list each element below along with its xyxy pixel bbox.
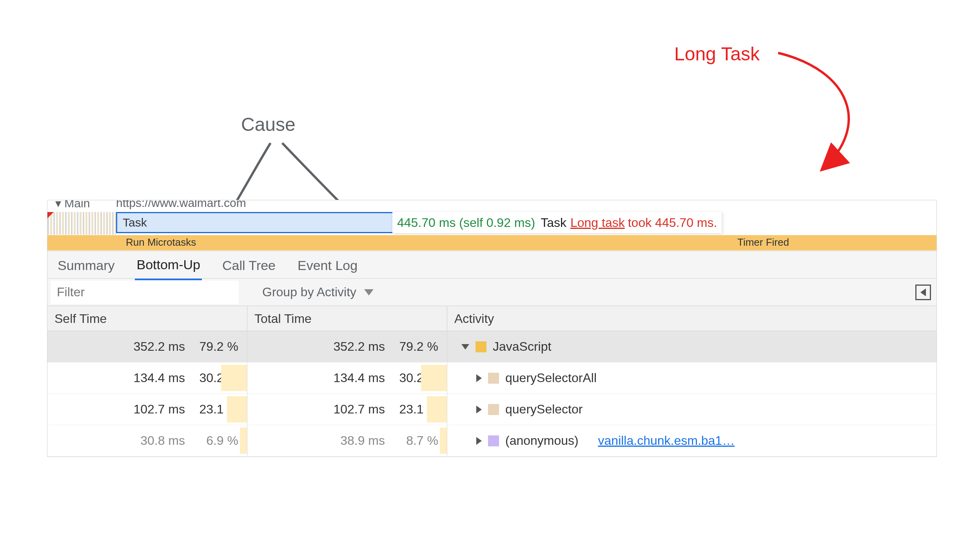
total-ms: 352.2 ms <box>318 339 385 354</box>
activity-name: querySelectorAll <box>505 371 597 385</box>
col-total-time[interactable]: Total Time <box>247 306 447 332</box>
expand-icon[interactable] <box>461 344 469 350</box>
self-time-cell: 30.8 ms6.9 % <box>47 425 247 456</box>
show-heaviest-stack-button[interactable] <box>915 285 931 300</box>
expand-icon[interactable] <box>476 374 482 382</box>
red-marker-left-icon <box>47 212 54 218</box>
self-ms: 102.7 ms <box>118 402 185 417</box>
tooltip-task-label: Task <box>541 216 566 230</box>
total-pct: 79.2 % <box>390 338 441 355</box>
self-time-cell: 134.4 ms30.2 % <box>47 362 247 393</box>
total-ms: 134.4 ms <box>318 371 385 385</box>
self-time-cell: 352.2 ms79.2 % <box>47 331 247 362</box>
self-ms: 30.8 ms <box>118 433 185 448</box>
expand-icon[interactable] <box>476 437 482 445</box>
activity-cell: JavaScript <box>447 331 936 362</box>
source-link[interactable]: vanilla.chunk.esm.ba1… <box>598 433 735 448</box>
color-swatch-icon <box>488 435 499 446</box>
table-row[interactable]: 352.2 ms79.2 %352.2 ms79.2 %JavaScript <box>47 331 936 362</box>
total-ms: 102.7 ms <box>318 402 385 417</box>
tab-event-log[interactable]: Event Log <box>296 255 359 279</box>
table-row[interactable]: 30.8 ms6.9 %38.9 ms8.7 %(anonymous) vani… <box>47 425 936 457</box>
tooltip-duration: 445.70 ms (self 0.92 ms) <box>397 216 535 230</box>
col-self-time[interactable]: Self Time <box>47 306 247 332</box>
tab-bottom-up[interactable]: Bottom-Up <box>135 254 202 280</box>
task-tooltip: 445.70 ms (self 0.92 ms) Task Long task … <box>392 212 722 233</box>
filter-input[interactable] <box>51 281 239 304</box>
total-time-cell: 134.4 ms30.2 % <box>247 362 447 393</box>
total-ms: 38.9 ms <box>318 433 385 448</box>
self-pct: 79.2 % <box>191 338 241 355</box>
main-thread-label: ▾ Main <box>55 200 90 210</box>
table-row[interactable]: 102.7 ms23.1 %102.7 ms23.1 %querySelecto… <box>47 394 936 425</box>
self-time-cell: 102.7 ms23.1 % <box>47 394 247 425</box>
activity-cell: querySelectorAll <box>447 362 936 393</box>
activity-cell: (anonymous) vanilla.chunk.esm.ba1… <box>447 425 936 456</box>
color-swatch-icon <box>475 341 486 352</box>
color-swatch-icon <box>488 373 499 384</box>
activity-name: JavaScript <box>493 339 551 354</box>
self-ms: 134.4 ms <box>118 371 185 385</box>
tooltip-took: took 445.70 ms. <box>628 216 717 230</box>
tab-summary[interactable]: Summary <box>56 255 116 279</box>
table-row[interactable]: 134.4 ms30.2 %134.4 ms30.2 %querySelecto… <box>47 362 936 394</box>
devtools-panel: ▾ Main https://www.walmart.com Task 445.… <box>47 200 937 457</box>
table-header: Self Time Total Time Activity <box>47 306 936 331</box>
annotation-cause: Cause <box>241 114 296 135</box>
annotation-long-task: Long Task <box>674 43 760 65</box>
task-block-label: Task <box>123 216 147 229</box>
group-by-label: Group by Activity <box>262 285 356 299</box>
flame-microtasks-label: Run Microtasks <box>126 236 196 248</box>
activity-cell: querySelector <box>447 394 936 425</box>
activity-name: querySelector <box>505 402 583 417</box>
tooltip-long-task-link[interactable]: Long task <box>570 216 625 230</box>
flame-timer-fired-label: Timer Fired <box>737 236 789 248</box>
total-time-cell: 102.7 ms23.1 % <box>247 394 447 425</box>
self-pct: 6.9 % <box>191 432 241 450</box>
chevron-down-icon <box>364 289 374 295</box>
total-pct: 8.7 % <box>390 432 441 450</box>
tab-call-tree[interactable]: Call Tree <box>221 255 277 279</box>
table-body: 352.2 ms79.2 %352.2 ms79.2 %JavaScript13… <box>47 331 936 457</box>
total-time-cell: 352.2 ms79.2 % <box>247 331 447 362</box>
activity-name: (anonymous) <box>505 433 579 448</box>
total-time-cell: 38.9 ms8.7 % <box>247 425 447 456</box>
flame-graph[interactable]: ▾ Main https://www.walmart.com Task 445.… <box>47 200 936 251</box>
self-ms: 352.2 ms <box>118 339 185 354</box>
filter-row: Group by Activity <box>47 279 936 306</box>
expand-icon[interactable] <box>476 406 482 413</box>
main-thread-url: https://www.walmart.com <box>116 200 246 210</box>
group-by-select[interactable]: Group by Activity <box>262 285 374 299</box>
tabs-bar: Summary Bottom-Up Call Tree Event Log <box>47 251 936 279</box>
color-swatch-icon <box>488 404 499 415</box>
triangle-left-icon <box>920 288 926 296</box>
col-activity[interactable]: Activity <box>447 306 936 332</box>
